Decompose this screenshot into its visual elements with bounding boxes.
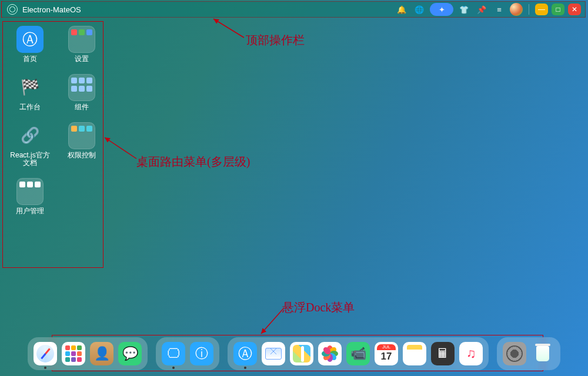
dock-thispc[interactable]: 🖵: [162, 342, 185, 365]
dock-messages[interactable]: 💬: [118, 342, 142, 365]
dock-music[interactable]: ♫: [459, 342, 483, 365]
dock-contacts[interactable]: 👤: [90, 342, 113, 365]
appstore-icon: Ⓐ: [22, 29, 38, 50]
dock-segment-1: 👤 💬: [28, 337, 148, 370]
svg-line-1: [105, 137, 136, 159]
dock-safari[interactable]: [34, 342, 57, 365]
app-title: Electron-MateOS: [22, 5, 81, 14]
desktop-app-acl[interactable]: 权限控制: [59, 122, 105, 168]
sliders-icon[interactable]: ≡: [492, 3, 506, 16]
display-icon: 🖵: [167, 346, 180, 361]
app-label: 组件: [75, 103, 89, 112]
maps-icon: [293, 345, 310, 362]
app-logo-icon: [7, 4, 18, 15]
window-close-button[interactable]: ✕: [568, 4, 581, 15]
preferences-icon: [506, 345, 523, 362]
app-label: 首页: [23, 55, 37, 63]
calendar-icon: JUL17: [377, 344, 396, 363]
app-label: 设置: [75, 55, 89, 63]
globe-icon[interactable]: 🌐: [412, 3, 426, 16]
dock-segment-2: 🖵 ⓘ: [156, 337, 219, 370]
photos-icon: [322, 345, 338, 362]
dock-notes[interactable]: [403, 342, 426, 365]
topbar: Electron-MateOS 🔔 🌐 ✦ 👕 📌 ≡ — □ ✕: [2, 1, 586, 18]
desktop-app-workbench[interactable]: 🏁 工作台: [7, 74, 53, 112]
annotation-desktop: 桌面路由菜单(多层级): [136, 154, 250, 170]
svg-line-0: [213, 19, 244, 38]
contacts-icon: 👤: [94, 346, 110, 361]
svg-line-2: [261, 308, 284, 334]
shirt-icon[interactable]: 👕: [457, 3, 471, 16]
app-label: 用户管理: [16, 207, 44, 216]
dock-calendar[interactable]: JUL17: [375, 342, 398, 365]
pin-icon[interactable]: 📌: [475, 3, 489, 16]
window-minimize-button[interactable]: —: [535, 4, 548, 15]
dock-segment-3: Ⓐ 📹 JUL17 🖩 ♫: [228, 337, 489, 370]
notes-icon: [407, 345, 422, 362]
dock-segment-4: [497, 337, 560, 370]
desktop-app-settings[interactable]: 设置: [59, 26, 105, 63]
dock-photos[interactable]: [318, 342, 342, 365]
window-maximize-button[interactable]: □: [552, 4, 564, 15]
desktop-app-reactdocs[interactable]: 🔗 React.js官方文档: [7, 122, 53, 168]
info-icon: ⓘ: [195, 345, 208, 362]
app-label: 工作台: [19, 103, 41, 112]
dock-maps[interactable]: [290, 342, 313, 365]
dock: 👤 💬 🖵 ⓘ Ⓐ 📹 JUL17 🖩 ♫: [28, 337, 560, 370]
dock-trash[interactable]: [531, 342, 554, 365]
dock-about[interactable]: ⓘ: [190, 342, 213, 365]
bell-icon[interactable]: 🔔: [395, 3, 409, 16]
desktop-menu: Ⓐ 首页 设置 🏁 工作台 组件 🔗 React.js官方文档 权限控制 用户管…: [4, 22, 102, 219]
trash-icon: [536, 346, 549, 361]
dock-mail[interactable]: [262, 342, 285, 365]
app-label: 权限控制: [68, 152, 96, 160]
annotation-topbar: 顶部操作栏: [246, 32, 305, 48]
dock-preferences[interactable]: [503, 342, 526, 365]
avatar[interactable]: [510, 3, 523, 16]
facetime-icon: 📹: [350, 346, 366, 361]
gauge-icon: 🏁: [21, 78, 39, 96]
annotation-dock: 悬浮Dock菜单: [282, 300, 355, 315]
link-icon: 🔗: [21, 126, 39, 145]
sparkle-icon[interactable]: ✦: [430, 3, 453, 16]
messages-icon: 💬: [122, 346, 138, 361]
calculator-icon: 🖩: [436, 346, 449, 361]
safari-icon: [36, 345, 54, 362]
appstore-icon: Ⓐ: [238, 344, 252, 363]
dock-appstore[interactable]: Ⓐ: [233, 342, 257, 365]
desktop-app-components[interactable]: 组件: [59, 74, 105, 112]
dock-calculator[interactable]: 🖩: [431, 342, 455, 365]
app-label: React.js官方文档: [7, 152, 53, 168]
desktop-app-users[interactable]: 用户管理: [7, 178, 53, 216]
music-icon: ♫: [466, 346, 476, 361]
divider: [529, 4, 529, 15]
dock-facetime[interactable]: 📹: [346, 342, 370, 365]
dock-launchpad[interactable]: [62, 342, 85, 365]
launchpad-icon: [65, 345, 82, 362]
desktop-app-home[interactable]: Ⓐ 首页: [7, 26, 53, 63]
mail-icon: [265, 348, 282, 360]
